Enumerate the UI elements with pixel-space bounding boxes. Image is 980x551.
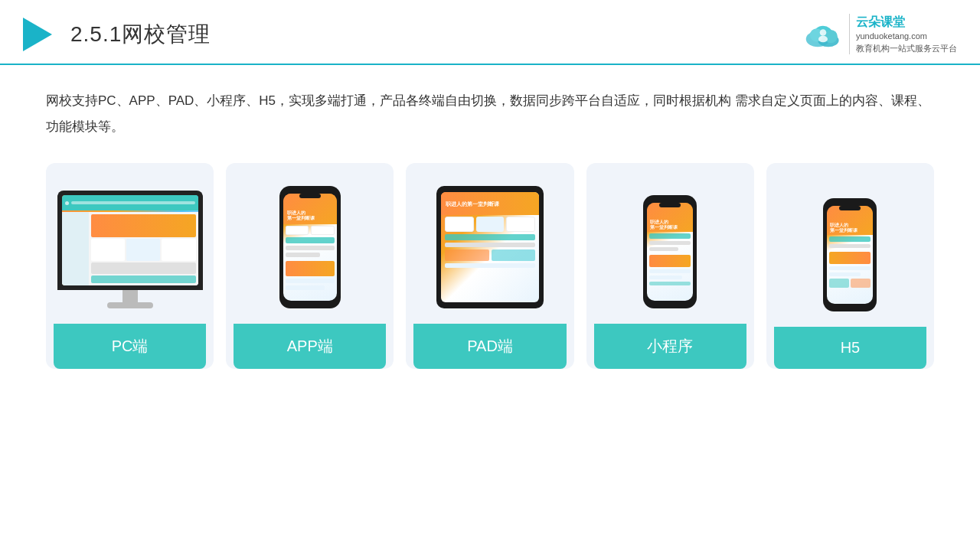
card-h5-label: H5 bbox=[774, 327, 926, 369]
mini-phone: 职进人的第一堂判断课 bbox=[643, 195, 697, 308]
pad-tablet: 职进人的第一堂判断课 bbox=[436, 186, 544, 308]
pc-device-area bbox=[54, 178, 206, 316]
monitor-base bbox=[107, 302, 153, 308]
mini-notch bbox=[659, 203, 681, 207]
logo-area: 云朵课堂 yunduoketang.com 教育机构一站式服务云平台 bbox=[803, 14, 957, 54]
description-text: 网校支持PC、APP、PAD、小程序、H5，实现多端打通，产品各终端自由切换，数… bbox=[46, 88, 934, 140]
logo-tagline: 教育机构一站式服务云平台 bbox=[856, 43, 957, 54]
desc-span: 网校支持PC、APP、PAD、小程序、H5，实现多端打通，产品各终端自由切换，数… bbox=[46, 93, 930, 134]
app-device-area: 职进人的第一堂判断课 bbox=[234, 178, 386, 316]
card-pc: PC端 bbox=[46, 163, 214, 369]
svg-point-5 bbox=[820, 29, 827, 36]
monitor-body bbox=[57, 191, 203, 290]
brand-name: 云朵课堂 bbox=[856, 14, 957, 31]
play-icon bbox=[23, 18, 52, 51]
cloud-logo-icon bbox=[803, 21, 843, 48]
monitor-neck bbox=[122, 290, 138, 302]
logo-url: yunduoketang.com bbox=[856, 31, 957, 42]
card-mini: 职进人的第一堂判断课 小程序 bbox=[586, 163, 754, 369]
h5-device-area: 职进人的第一堂判断课 bbox=[774, 178, 926, 319]
card-app: 职进人的第一堂判断课 bbox=[226, 163, 394, 369]
pad-device-area: 职进人的第一堂判断课 bbox=[413, 178, 566, 316]
monitor-screen bbox=[62, 195, 198, 285]
pad-tablet-screen: 职进人的第一堂判断课 bbox=[441, 192, 539, 302]
card-pc-label: PC端 bbox=[54, 324, 206, 369]
card-pad-label: PAD端 bbox=[413, 324, 566, 369]
mini-phone-screen: 职进人的第一堂判断课 bbox=[647, 203, 693, 301]
header-left: 2.5.1网校管理 bbox=[23, 18, 211, 51]
h5-phone-screen: 职进人的第一堂判断课 bbox=[827, 206, 873, 304]
main-content: 网校支持PC、APP、PAD、小程序、H5，实现多端打通，产品各终端自由切换，数… bbox=[0, 65, 980, 384]
h5-notch bbox=[839, 206, 861, 210]
pc-monitor bbox=[57, 191, 203, 308]
card-h5: 职进人的第一堂判断课 bbox=[766, 163, 934, 369]
header: 2.5.1网校管理 云朵课堂 yunduoketang.com 教育机构一站式服… bbox=[0, 0, 980, 65]
logo-text: 云朵课堂 yunduoketang.com 教育机构一站式服务云平台 bbox=[849, 14, 957, 54]
h5-phone: 职进人的第一堂判断课 bbox=[823, 198, 877, 311]
phone-notch bbox=[299, 194, 321, 198]
cards-grid: PC端 职进人的第一堂判断课 bbox=[46, 163, 934, 369]
card-app-label: APP端 bbox=[234, 324, 386, 369]
app-phone: 职进人的第一堂判断课 bbox=[279, 186, 341, 308]
title-main: 网校管理 bbox=[122, 22, 211, 46]
title-number: 2.5.1 bbox=[70, 22, 122, 46]
mini-device-area: 职进人的第一堂判断课 bbox=[594, 178, 746, 316]
app-phone-screen: 职进人的第一堂判断课 bbox=[283, 194, 337, 301]
card-mini-label: 小程序 bbox=[594, 324, 746, 369]
card-pad: 职进人的第一堂判断课 bbox=[406, 163, 573, 369]
svg-point-6 bbox=[818, 35, 828, 42]
page-title: 2.5.1网校管理 bbox=[70, 20, 211, 49]
